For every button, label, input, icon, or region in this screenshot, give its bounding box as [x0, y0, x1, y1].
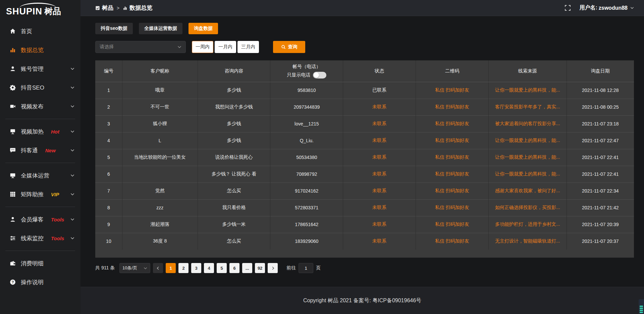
row-content: 说说价格让我死心	[198, 149, 270, 166]
row-date: 2021-11-07 23:18	[567, 115, 634, 132]
page-button-1[interactable]: 1	[166, 263, 176, 273]
row-source-link[interactable]: 如何正确选择投影仪，买投影...	[488, 199, 567, 216]
row-qrcode-link[interactable]: 私信 扫码加好友	[416, 233, 489, 250]
col-header-date: 询盘日期	[567, 60, 634, 82]
row-qrcode-link[interactable]: 私信 扫码加好友	[416, 115, 489, 132]
breadcrumb-separator: >	[117, 5, 119, 11]
row-qrcode-link[interactable]: 私信 扫码加好友	[416, 132, 489, 149]
filter-select-placeholder: 请选择	[100, 44, 114, 50]
breadcrumb-current[interactable]: 数据总览	[123, 4, 152, 12]
fullscreen-icon[interactable]	[565, 5, 571, 11]
prev-page-button[interactable]	[153, 263, 163, 273]
row-nickname: 不可一世	[122, 99, 198, 115]
row-source-link[interactable]: 让你一眼就爱上的黑科技，能...	[488, 82, 567, 99]
sidebar-divider	[5, 251, 75, 251]
table-row: 5当地比较能吃的一位美女说说价格让我死心50534380未联系私信 扫码加好友让…	[95, 149, 634, 166]
table-row: 7觉然怎么买917024162未联系私信 扫码加好友感谢大家喜欢我家，被问了好.…	[95, 182, 634, 199]
sidebar-item-video-publish[interactable]: 视频发布	[0, 98, 80, 115]
row-source-link[interactable]: 被大家追着问的客厅投影分享...	[488, 115, 567, 132]
filter-select[interactable]: 请选择	[95, 41, 186, 53]
query-button[interactable]: 查询	[273, 41, 305, 53]
row-qrcode-link[interactable]: 私信 扫码加好友	[416, 166, 489, 182]
col-header-account-label: 帐号（电话）	[292, 64, 321, 70]
row-source-link[interactable]: 客厅安装投影半年多了，真实...	[488, 99, 567, 115]
row-no: 9	[95, 216, 122, 233]
row-no: 3	[95, 115, 122, 132]
sidebar-item-label: 操作说明	[21, 278, 44, 286]
goto-label: 前往	[286, 265, 296, 271]
sidebar-item-data-overview[interactable]: 数据总览	[0, 42, 80, 58]
sidebar-item-douyin-seo[interactable]: 抖音SEO	[0, 79, 80, 96]
row-account: 50534380	[270, 149, 343, 166]
row-source-link[interactable]: 多功能护栏灯，适用于乡村文...	[488, 216, 567, 233]
row-qrcode-link[interactable]: 私信 扫码加好友	[416, 82, 489, 99]
row-source-link[interactable]: 让你一眼就爱上的黑科技，能...	[488, 166, 567, 182]
total-count: 共 911 条	[95, 265, 115, 271]
page-button-2[interactable]: 2	[178, 263, 189, 273]
row-nickname: 狐小狸	[122, 115, 198, 132]
sidebar-item-home[interactable]: 首页	[0, 23, 80, 40]
chart-icon	[9, 47, 16, 53]
row-source-link[interactable]: 感谢大家喜欢我家，被问了好...	[488, 182, 567, 199]
page-button-5[interactable]: 5	[217, 263, 227, 273]
tab-omni-media-data[interactable]: 全媒体运营数据	[139, 23, 182, 34]
user-icon	[9, 65, 16, 72]
breadcrumb-root[interactable]: 树品	[95, 4, 113, 12]
page-footer: Copyright 树品 2021 备案号: 粤ICP备09019646号	[80, 287, 644, 314]
range-button-0[interactable]: 一周内	[192, 41, 213, 53]
range-button-2[interactable]: 三月内	[237, 41, 259, 53]
goto-page-input[interactable]	[299, 263, 313, 273]
breadcrumb: 树品 > 数据总览	[95, 4, 152, 12]
row-no: 4	[95, 132, 122, 149]
chevron-down-icon	[70, 217, 74, 221]
page-button-6[interactable]: 6	[229, 263, 239, 273]
page-size-select[interactable]: 10条/页	[119, 263, 150, 273]
row-source-link[interactable]: 让你一眼就爱上的黑科技，能...	[488, 132, 567, 149]
row-date: 2021-11-07 22:41	[567, 166, 634, 182]
sidebar-item-label: 账号管理	[21, 65, 44, 73]
sidebar-divider	[5, 207, 75, 207]
tab-inquiry-data[interactable]: 询盘数据	[189, 23, 218, 34]
sidebar-item-account-management[interactable]: 账号管理	[0, 60, 80, 77]
row-qrcode-link[interactable]: 私信 扫码加好友	[416, 199, 489, 216]
sidebar-item-doukotong[interactable]: 抖客通New	[0, 142, 80, 159]
sidebar-item-consumption-detail[interactable]: 消费明细	[0, 255, 80, 272]
row-account: 572803371	[270, 199, 343, 216]
range-button-1[interactable]: 一月内	[215, 41, 236, 53]
chevron-down-icon	[70, 148, 74, 152]
table-row: 6多少钱？ 让我死心 看70898792未联系私信 扫码加好友让你一眼就爱上的黑…	[95, 166, 634, 182]
dashboard-icon	[95, 6, 100, 10]
phone-only-toggle[interactable]	[313, 72, 326, 78]
svg-text:?: ?	[12, 280, 14, 284]
page-button-92[interactable]: 92	[255, 263, 265, 273]
sidebar-item-omni-media[interactable]: 全媒体运营	[0, 167, 80, 184]
sidebar-item-member-baoke[interactable]: 会员爆客Tools	[0, 211, 80, 228]
next-page-button[interactable]	[268, 263, 278, 273]
sidebar-item-matrix-boost[interactable]: 矩阵助推VIP	[0, 186, 80, 203]
table-row: 2不可一世我想问这个多少钱2097344839未联系私信 扫码加好友客厅安装投影…	[95, 99, 634, 115]
row-source-link[interactable]: 无主灯设计，智能磁吸轨道灯...	[488, 233, 567, 250]
row-qrcode-link[interactable]: 私信 扫码加好友	[416, 99, 489, 115]
row-qrcode-link[interactable]: 私信 扫码加好友	[416, 216, 489, 233]
row-date: 2021-11-08 00:25	[567, 99, 634, 115]
row-qrcode-link[interactable]: 私信 扫码加好友	[416, 182, 489, 199]
row-date: 2021-11-07 20:37	[567, 233, 634, 250]
home-icon	[9, 28, 16, 35]
monitor-icon	[9, 172, 16, 179]
floating-widget[interactable]	[639, 299, 644, 314]
row-no: 2	[95, 99, 122, 115]
tab-douyin-seo-data[interactable]: 抖音seo数据	[95, 23, 133, 34]
table-row: 4L多少钱Q_Liu.未联系私信 扫码加好友让你一眼就爱上的黑科技，能...20…	[95, 132, 634, 149]
sidebar-item-video-heat[interactable]: 视频加热Hot	[0, 123, 80, 140]
sidebar-item-clue-monitor[interactable]: 线索监控Tools	[0, 230, 80, 247]
page-button-3[interactable]: 3	[191, 263, 201, 273]
sidebar-item-operation-guide[interactable]: ?操作说明	[0, 274, 80, 291]
sidebar-item-label: 矩阵助推	[21, 191, 44, 198]
user-menu[interactable]: 用户名: zswodun88	[579, 4, 634, 11]
row-source-link[interactable]: 让你一眼就爱上的黑科技，能...	[488, 149, 567, 166]
page-ellipsis-button[interactable]: ...	[242, 263, 252, 273]
row-qrcode-link[interactable]: 私信 扫码加好友	[416, 149, 489, 166]
row-nickname: zzz	[122, 199, 198, 216]
page-button-4[interactable]: 4	[204, 263, 214, 273]
filter-bar: 请选择 一周内一月内三月内 查询	[95, 41, 634, 53]
